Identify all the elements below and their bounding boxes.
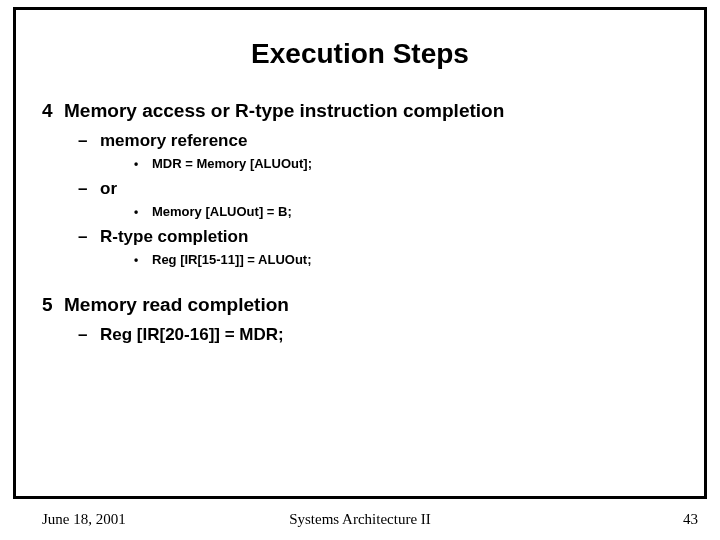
item-number: 4 (42, 98, 64, 124)
slide-title: Execution Steps (16, 38, 704, 70)
list-item: – or (78, 178, 684, 201)
slide: Execution Steps 4 Memory access or R-typ… (0, 0, 720, 540)
spacer (42, 274, 684, 292)
footer-center: Systems Architecture II (0, 511, 720, 528)
list-item: • MDR = Memory [ALUOut]; (134, 155, 684, 174)
item-text: Reg [IR[15-11]] = ALUOut; (152, 251, 312, 270)
item-number: 5 (42, 292, 64, 318)
list-item: – Reg [IR[20-16]] = MDR; (78, 324, 684, 347)
item-text: Memory read completion (64, 292, 289, 318)
bullet-icon: • (134, 251, 152, 270)
item-text: Memory [ALUOut] = B; (152, 203, 292, 222)
dash-icon: – (78, 130, 100, 153)
list-item: – memory reference (78, 130, 684, 153)
item-text: Reg [IR[20-16]] = MDR; (100, 324, 284, 347)
bullet-icon: • (134, 203, 152, 222)
slide-content: 4 Memory access or R-type instruction co… (16, 98, 704, 347)
item-text: R-type completion (100, 226, 248, 249)
footer-page-number: 43 (683, 511, 698, 528)
dash-icon: – (78, 178, 100, 201)
list-item: • Memory [ALUOut] = B; (134, 203, 684, 222)
dash-icon: – (78, 324, 100, 347)
list-item: – R-type completion (78, 226, 684, 249)
list-item: 4 Memory access or R-type instruction co… (42, 98, 684, 124)
list-item: 5 Memory read completion (42, 292, 684, 318)
list-item: • Reg [IR[15-11]] = ALUOut; (134, 251, 684, 270)
item-text: MDR = Memory [ALUOut]; (152, 155, 312, 174)
item-text: memory reference (100, 130, 247, 153)
item-text: Memory access or R-type instruction comp… (64, 98, 504, 124)
bullet-icon: • (134, 155, 152, 174)
item-text: or (100, 178, 117, 201)
slide-frame: Execution Steps 4 Memory access or R-typ… (13, 7, 707, 499)
slide-footer: June 18, 2001 Systems Architecture II 43 (0, 508, 720, 540)
dash-icon: – (78, 226, 100, 249)
